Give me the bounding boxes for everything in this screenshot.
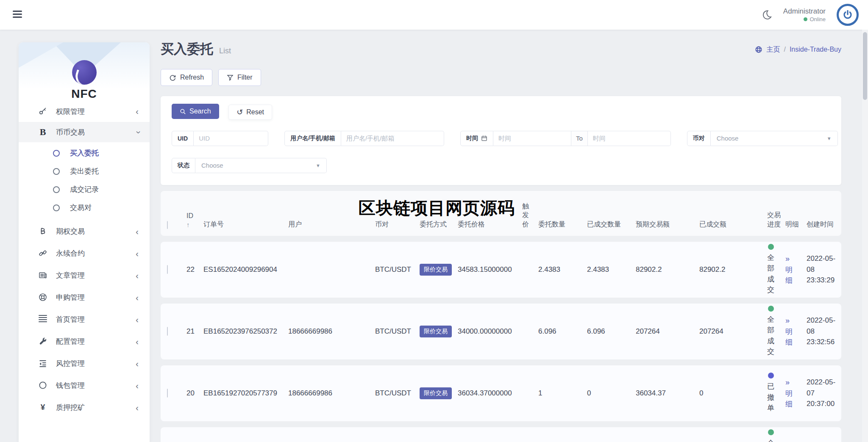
chevron-left-icon: ‹ <box>136 107 139 116</box>
breadcrumb-home[interactable]: 主页 <box>766 45 780 54</box>
sort-asc-icon: ↑ <box>186 221 197 229</box>
logo[interactable]: NFC <box>19 42 150 101</box>
sidebar-item-auth[interactable]: 权限管理 ‹ <box>19 105 150 118</box>
time-start-input[interactable] <box>493 131 571 146</box>
pair-label: 币对 <box>687 131 711 146</box>
sidebar-item-options-trade[interactable]: 期权交易 ‹ <box>19 220 150 242</box>
column-header-id[interactable]: ID ↑ <box>180 212 197 229</box>
sidebar-subitem-sell-orders[interactable]: 卖出委托 <box>19 162 150 180</box>
breadcrumb-separator: / <box>784 46 785 53</box>
column-header-dealt: 已成交额 <box>693 220 761 229</box>
logo-text: NFC <box>19 87 150 101</box>
sidebar-item-homepage[interactable]: 首页管理 ‹ <box>19 308 150 330</box>
pair-select[interactable]: Choose ▼ <box>711 131 838 146</box>
sidebar-item-label: 钱包管理 <box>56 381 136 390</box>
time-end-input[interactable] <box>588 131 671 146</box>
column-header-created: 创建时间 <box>800 220 841 229</box>
main-content: 买入委托 List 主页 / Inside-Trade-Buy Refresh … <box>161 40 841 442</box>
vertical-scrollbar[interactable] <box>862 30 868 442</box>
filter-card: Search ↺ Reset UID 用户名/手机/邮箱 时间 <box>161 96 841 185</box>
user-input[interactable] <box>341 131 444 146</box>
sidebar-item-risk[interactable]: 风控管理 ‹ <box>19 352 150 374</box>
sidebar-item-label: 申购管理 <box>56 293 136 302</box>
chevron-left-icon: ‹ <box>136 249 139 258</box>
sidebar-item-label: 永续合约 <box>56 249 136 258</box>
power-icon <box>842 9 853 20</box>
column-header-filled: 已成交数量 <box>581 220 629 229</box>
row-checkbox[interactable] <box>167 389 168 398</box>
sidebar-item-label: 文章管理 <box>56 271 136 280</box>
user-field-group: 用户名/手机/邮箱 <box>284 131 444 146</box>
sidebar-item-label: 风控管理 <box>56 359 136 368</box>
sidebar-item-label: 币币交易 <box>56 127 136 137</box>
order-type-badge: 限价交易 <box>420 264 452 276</box>
online-status-dot <box>804 17 807 21</box>
column-header-amount: 委托数量 <box>532 220 581 229</box>
chain-link-icon <box>37 249 48 257</box>
table-row: 20 EB1651927020577379 18666669986 BTC/US… <box>161 365 841 421</box>
user-name: Administrator <box>783 7 826 16</box>
radio-circle-icon <box>53 150 60 157</box>
detail-link[interactable]: » 明细 <box>779 439 800 442</box>
bitcoin-icon <box>37 227 48 235</box>
filter-button[interactable]: Filter <box>218 69 261 86</box>
double-chevron-icon: » <box>785 377 800 388</box>
page-subtitle: List <box>219 47 231 55</box>
breadcrumb: 主页 / Inside-Trade-Buy <box>755 45 841 54</box>
sidebar-item-config[interactable]: 配置管理 ‹ <box>19 330 150 352</box>
refresh-icon <box>169 74 176 81</box>
coin-trade-submenu: 买入委托 卖出委托 成交记录 交易对 <box>19 142 150 220</box>
page-title: 买入委托 <box>161 40 213 58</box>
sidebar-subitem-trade-records[interactable]: 成交记录 <box>19 180 150 199</box>
bold-b-icon: B <box>37 127 48 138</box>
column-header-order-no: 订单号 <box>197 220 282 229</box>
radio-circle-icon <box>53 168 60 175</box>
order-type-badge: 限价交易 <box>420 326 452 337</box>
reset-button[interactable]: ↺ Reset <box>228 105 272 120</box>
sidebar-subitem-buy-orders[interactable]: 买入委托 <box>19 144 150 162</box>
column-header-pair: 币对 <box>369 220 413 229</box>
yen-icon: ¥ <box>37 403 48 412</box>
topbar: Administrator Online <box>0 0 868 30</box>
user-block[interactable]: Administrator Online <box>783 7 826 23</box>
chevron-left-icon: ‹ <box>136 227 139 236</box>
scrollbar-thumb[interactable] <box>863 32 867 100</box>
detail-link[interactable]: » 明细 <box>779 315 800 348</box>
sidebar-item-articles[interactable]: 文章管理 ‹ <box>19 264 150 286</box>
status-dot <box>768 306 774 312</box>
select-all-checkbox[interactable] <box>167 221 168 229</box>
search-button[interactable]: Search <box>172 104 219 119</box>
row-checkbox[interactable] <box>167 265 168 274</box>
column-header-detail: 明细 <box>779 220 800 229</box>
uid-input[interactable] <box>194 131 268 146</box>
chevron-left-icon: ‹ <box>136 359 139 368</box>
breadcrumb-current: Inside-Trade-Buy <box>790 46 841 53</box>
sidebar-item-perpetual[interactable]: 永续合约 ‹ <box>19 242 150 264</box>
chevron-down-icon: ‹ <box>133 131 142 134</box>
sidebar-item-coin-trade[interactable]: B 币币交易 ‹ <box>19 122 150 142</box>
row-checkbox[interactable] <box>167 327 168 336</box>
detail-link[interactable]: » 明细 <box>779 377 800 410</box>
sidebar-item-subscription[interactable]: 申购管理 ‹ <box>19 286 150 308</box>
newspaper-icon <box>37 271 48 279</box>
avatar[interactable] <box>837 4 859 26</box>
uid-label: UID <box>172 131 194 146</box>
status-select[interactable]: Choose ▼ <box>195 158 327 173</box>
status-dot <box>768 373 774 378</box>
refresh-button[interactable]: Refresh <box>161 69 212 86</box>
double-chevron-icon: » <box>785 315 800 326</box>
sidebar-item-mining[interactable]: ¥ 质押挖矿 ‹ <box>19 396 150 418</box>
sidebar-subitem-trade-pairs[interactable]: 交易对 <box>19 199 150 217</box>
detail-link[interactable]: » 明细 <box>779 253 800 286</box>
order-type-badge: 限价交易 <box>420 387 452 399</box>
dark-mode-moon-icon[interactable] <box>761 9 772 20</box>
chevron-left-icon: ‹ <box>136 315 139 324</box>
sidebar: NFC 权限管理 ‹ B 币币交易 ‹ 买入委托 卖出委托 <box>19 42 150 442</box>
hamburger-menu-icon[interactable] <box>13 11 22 19</box>
caret-down-icon: ▼ <box>316 163 320 168</box>
column-header-expected: 预期交易额 <box>629 220 693 229</box>
table-row: 22 ES1652024009296904 BTC/USDT 限价交易 3458… <box>161 242 841 298</box>
funnel-icon <box>227 74 234 81</box>
sidebar-item-wallet[interactable]: 钱包管理 ‹ <box>19 374 150 396</box>
wrench-icon <box>37 337 48 345</box>
